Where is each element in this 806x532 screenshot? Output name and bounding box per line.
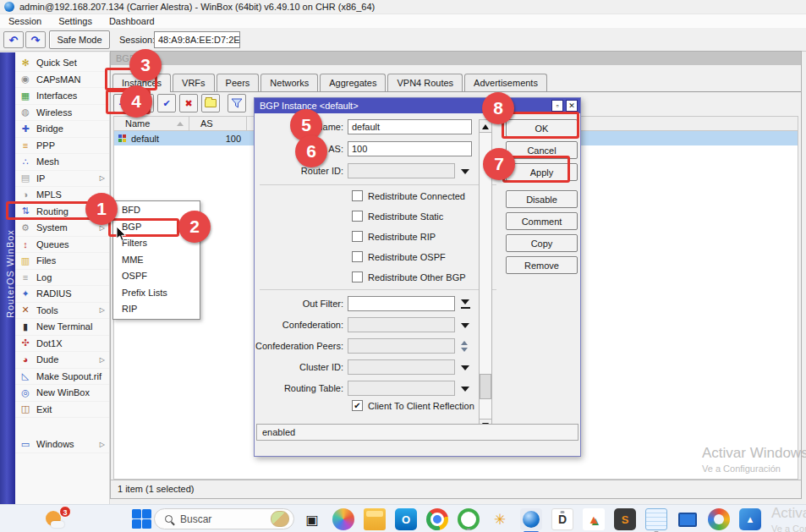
checkbox-unchecked[interactable] xyxy=(352,251,363,262)
field-input[interactable]: 100 xyxy=(348,141,472,156)
field-control[interactable] xyxy=(348,359,469,375)
dropdown-arrow-icon[interactable] xyxy=(461,323,469,332)
taskbar-icon-gns3[interactable]: ✳ xyxy=(489,508,511,530)
bgp-tab[interactable]: Networks xyxy=(260,74,318,91)
field-input[interactable] xyxy=(348,317,455,332)
sidebar-item[interactable]: ✚ Bridge xyxy=(15,121,109,138)
sidebar-item[interactable]: ◑ MPLS xyxy=(15,187,109,204)
field-input[interactable]: default xyxy=(348,119,472,134)
context-menu-item[interactable]: BFD xyxy=(114,202,199,219)
field-control[interactable] xyxy=(348,317,469,332)
context-menu-item[interactable]: BGP xyxy=(114,219,199,236)
taskbar-icon-task-view[interactable]: ▣ xyxy=(301,508,323,530)
checkbox-unchecked[interactable] xyxy=(352,231,363,242)
context-menu-item[interactable]: MME xyxy=(114,252,199,269)
redistribute-checkbox-row[interactable]: Redistribute Static xyxy=(352,211,466,222)
taskbar-icon-green-app[interactable] xyxy=(458,508,480,530)
dropdown-bar-icon[interactable] xyxy=(461,299,470,309)
sidebar-item[interactable]: ▤ IP ▷ xyxy=(15,171,109,188)
dialog-button[interactable]: Apply xyxy=(506,163,578,181)
field-control[interactable]: default xyxy=(348,119,472,134)
bgp-tab[interactable]: Aggregates xyxy=(320,74,386,91)
disable-button[interactable]: ✖ xyxy=(179,94,198,112)
taskbar-icon-remote-pc[interactable] xyxy=(677,508,699,530)
bgp-tab[interactable]: Peers xyxy=(217,74,260,91)
checkbox-unchecked[interactable] xyxy=(352,271,363,282)
field-control[interactable] xyxy=(348,337,468,355)
safe-mode-button[interactable]: Safe Mode xyxy=(49,30,110,49)
field-input[interactable] xyxy=(348,359,455,375)
menubar-item[interactable]: Settings xyxy=(50,14,101,28)
taskbar-icon-file-explorer[interactable] xyxy=(364,508,386,530)
field-control[interactable] xyxy=(348,163,469,178)
sidebar-item[interactable]: ▦ Interfaces xyxy=(15,88,109,105)
sidebar-item[interactable]: ∴ Mesh xyxy=(15,154,109,171)
sidebar-item[interactable]: ⚙ System ▷ xyxy=(15,220,109,237)
bgp-tab[interactable]: Advertisements xyxy=(464,74,547,91)
add-button[interactable]: + xyxy=(113,94,132,112)
sidebar-item[interactable]: ✻ Quick Set xyxy=(15,55,109,72)
context-menu-item[interactable]: RIP xyxy=(114,301,199,318)
context-menu-item[interactable]: OSPF xyxy=(114,268,199,285)
sidebar-item[interactable]: ≡ Log xyxy=(15,270,109,287)
minimize-button[interactable]: ▫ xyxy=(551,100,563,112)
scroll-up-icon[interactable] xyxy=(480,120,491,133)
weather-widget[interactable]: 3 xyxy=(46,509,68,528)
menubar-item[interactable]: Session xyxy=(0,14,50,28)
sidebar-item[interactable]: ⇅ Routing ▷ xyxy=(15,204,109,221)
sidebar-item[interactable]: ◍ Wireless xyxy=(15,105,109,122)
field-control[interactable] xyxy=(348,296,470,311)
dropdown-arrow-icon[interactable] xyxy=(461,365,469,375)
redistribute-checkbox-row[interactable]: Redistribute Other BGP xyxy=(352,271,466,282)
checkbox-unchecked[interactable] xyxy=(352,211,363,222)
sidebar-item[interactable]: ↕ Queues xyxy=(15,237,109,254)
field-input[interactable] xyxy=(348,296,455,311)
taskbar-icon-cone-app[interactable]: ▲ xyxy=(583,508,605,530)
dialog-button[interactable]: Disable xyxy=(506,190,578,208)
field-input[interactable] xyxy=(348,163,455,178)
sidebar-item-windows[interactable]: ▭ Windows ▷ xyxy=(15,436,109,453)
bgp-tab[interactable]: VPN4 Routes xyxy=(387,74,463,91)
checkbox-unchecked[interactable] xyxy=(352,190,363,201)
column-header-as[interactable]: AS xyxy=(189,117,247,130)
dropdown-arrow-icon[interactable] xyxy=(461,387,469,396)
dialog-scrollbar[interactable] xyxy=(479,119,492,432)
bgp-tab[interactable]: Instances xyxy=(112,74,171,92)
scrollbar-thumb[interactable] xyxy=(480,374,491,399)
field-control[interactable]: 100 xyxy=(348,141,472,156)
menubar-item[interactable]: Dashboard xyxy=(101,14,163,28)
column-header-name[interactable]: Name xyxy=(114,117,189,130)
client-reflection-checkbox-row[interactable]: ✔ Client To Client Reflection xyxy=(352,400,474,411)
taskbar-icon-sublime-text[interactable]: S xyxy=(614,508,636,530)
spinner-icon[interactable] xyxy=(461,337,468,355)
sidebar-item[interactable]: ✣ Dot1X xyxy=(15,336,109,353)
session-field[interactable]: 48:A9:8A:EE:D7:2E xyxy=(154,31,240,48)
field-control[interactable] xyxy=(348,381,469,396)
dialog-button[interactable]: Remove xyxy=(506,256,578,274)
filter-button[interactable] xyxy=(228,94,246,112)
sidebar-item[interactable]: ✦ RADIUS xyxy=(15,286,109,303)
checkbox-checked[interactable]: ✔ xyxy=(352,400,363,411)
context-menu-item[interactable]: Prefix Lists xyxy=(114,285,199,302)
dialog-button[interactable]: Copy xyxy=(506,234,578,252)
sidebar-item[interactable]: ▥ Files xyxy=(15,253,109,270)
dropdown-arrow-icon[interactable] xyxy=(461,169,469,178)
taskbar-icon-chrome[interactable] xyxy=(426,508,448,530)
enable-button[interactable]: ✔ xyxy=(157,94,176,112)
redistribute-checkbox-row[interactable]: Redistribute Connected xyxy=(352,190,466,201)
taskbar-icon-photos[interactable]: ▲ xyxy=(739,508,761,530)
sidebar-item[interactable]: ◉ CAPsMAN xyxy=(15,72,109,89)
remove-button[interactable]: − xyxy=(135,94,154,112)
taskbar-icon-color-ring[interactable] xyxy=(708,508,730,530)
redistribute-checkbox-row[interactable]: Redistribute RIP xyxy=(352,231,466,242)
undo-button[interactable]: ↶ xyxy=(3,31,24,48)
dialog-button[interactable]: Comment xyxy=(506,212,578,230)
sidebar-item[interactable]: ▮ New Terminal xyxy=(15,319,109,336)
sidebar-item[interactable]: ◎ New WinBox xyxy=(15,385,109,402)
field-input[interactable] xyxy=(348,381,455,396)
bgp-tab[interactable]: VRFs xyxy=(173,74,215,91)
redo-button[interactable]: ↷ xyxy=(25,31,46,48)
redistribute-checkbox-row[interactable]: Redistribute OSPF xyxy=(352,251,466,262)
taskbar-icon-outlook[interactable]: O xyxy=(395,508,417,530)
sidebar-item[interactable]: ◺ Make Supout.rif xyxy=(15,369,109,386)
